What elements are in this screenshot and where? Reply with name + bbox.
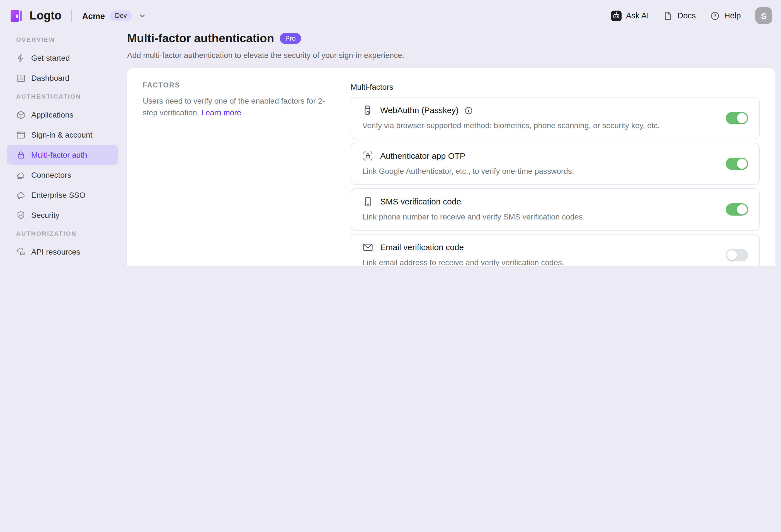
sidebar-item-label: Security [31, 211, 59, 220]
sidebar-item-label: Connectors [31, 171, 71, 179]
factor-list: WebAuthn (Passkey) Verify via browser-su… [351, 97, 760, 266]
factor-description: Verify via browser-supported method: bio… [362, 120, 748, 131]
docs-icon [663, 11, 673, 20]
help-label: Help [724, 11, 741, 20]
factor-name: WebAuthn (Passkey) [380, 105, 458, 116]
topbar-actions: Ask AI Docs [611, 7, 772, 24]
sidebar-item-get-started[interactable]: Get started [7, 48, 118, 68]
sidebar-item-label: Dashboard [31, 74, 70, 82]
envelope-icon [362, 242, 373, 253]
factors-learn-more-link[interactable]: Learn more [201, 108, 241, 117]
topbar: Logto Acme Dev [0, 0, 781, 31]
factor-row-authenticator-otp: Authenticator app OTP Link Google Authen… [351, 143, 760, 185]
page-header: Multi-factor authentication Pro Add mult… [127, 31, 775, 61]
factors-section-description: Users need to verify one of the enabled … [143, 95, 328, 119]
factors-section-label: FACTORS [143, 81, 328, 90]
cloud-icon [16, 170, 26, 180]
help-icon [710, 11, 720, 20]
factor-row-webauthn: WebAuthn (Passkey) Verify via browser-su… [351, 97, 760, 139]
sidebar-item-enterprise-sso[interactable]: Enterprise SSO [7, 185, 118, 205]
toggle-knob [727, 250, 737, 260]
pro-badge: Pro [280, 33, 301, 44]
sidebar-item-label: API resources [31, 247, 80, 256]
sms-toggle[interactable] [726, 203, 748, 216]
shield-check-icon [16, 210, 26, 220]
factors-form: Multi-factors WebAuthn (Passkey) [351, 81, 760, 266]
sidebar-item-roles[interactable]: Roles [7, 262, 118, 266]
sidebar-item-security[interactable]: Security [7, 205, 118, 225]
sidebar-item-api-resources[interactable]: API resources [7, 242, 118, 262]
ask-ai-icon [611, 10, 622, 21]
toggle-knob [737, 113, 747, 123]
cube-icon [16, 110, 26, 120]
sidebar-item-label: Applications [31, 110, 73, 119]
sidebar-item-label: Sign-in & account [31, 130, 92, 139]
sidebar-item-label: Enterprise SSO [31, 190, 86, 200]
sidebar-item-dashboard[interactable]: Dashboard [7, 68, 118, 88]
factor-head: SMS verification code [362, 196, 748, 207]
authenticator-otp-toggle[interactable] [726, 158, 748, 170]
sidebar: OVERVIEW Get started Dashboard AUTHENTIC… [0, 31, 125, 266]
cloud-box-icon [16, 247, 26, 257]
factor-row-email: Email verification code Link email addre… [351, 234, 760, 266]
smartphone-icon [362, 196, 373, 207]
section-label-overview: OVERVIEW [16, 36, 125, 43]
toggle-knob [737, 205, 747, 215]
main-content: Multi-factor authentication Pro Add mult… [127, 31, 775, 266]
factors-card: FACTORS Users need to verify one of the … [127, 68, 775, 266]
factor-head: Email verification code [362, 242, 748, 253]
env-badge: Dev [110, 10, 132, 21]
factor-description: Link email address to receive and verify… [362, 257, 748, 266]
avatar-initial: S [761, 11, 767, 20]
user-avatar[interactable]: S [755, 7, 772, 24]
factor-name: SMS verification code [380, 196, 461, 207]
sidebar-item-sign-in-account[interactable]: Sign-in & account [7, 125, 118, 145]
factor-head: Authenticator app OTP [362, 150, 748, 162]
cloud-key-icon [16, 190, 26, 200]
logto-logo[interactable]: Logto [9, 8, 61, 23]
sidebar-item-applications[interactable]: Applications [7, 105, 118, 125]
sidebar-item-label: Multi-factor auth [31, 150, 87, 159]
browser-icon [16, 130, 26, 139]
multi-factors-label: Multi-factors [351, 81, 760, 92]
page-title: Multi-factor authentication [127, 31, 274, 46]
toggle-knob [737, 159, 747, 169]
webauthn-toggle[interactable] [726, 112, 748, 124]
factor-description: Link phone number to receive and verify … [362, 211, 748, 222]
tenant-selector[interactable]: Acme Dev [82, 10, 146, 21]
lightning-icon [16, 53, 26, 63]
chevron-down-icon [138, 11, 146, 20]
info-icon[interactable] [464, 106, 472, 115]
docs-label: Docs [677, 11, 696, 20]
dashboard-icon [16, 73, 26, 83]
otp-scan-lock-icon [362, 150, 373, 162]
section-label-authentication: AUTHENTICATION [16, 93, 125, 100]
app-window: Logto Acme Dev [0, 0, 781, 266]
factor-row-sms: SMS verification code Link phone number … [351, 188, 760, 231]
lock-icon [16, 150, 26, 160]
email-toggle[interactable] [726, 249, 748, 261]
page-title-row: Multi-factor authentication Pro [127, 31, 775, 46]
factor-name: Authenticator app OTP [380, 150, 465, 162]
ask-ai-label: Ask AI [626, 11, 649, 20]
factor-description: Link Google Authenticator, etc., to veri… [362, 166, 748, 177]
logo-text: Logto [30, 9, 61, 22]
sidebar-item-multi-factor-auth[interactable]: Multi-factor auth [7, 145, 118, 165]
factors-intro: FACTORS Users need to verify one of the … [143, 81, 328, 266]
sidebar-item-label: Get started [31, 53, 70, 62]
webauthn-icon [362, 105, 373, 116]
tenant-name: Acme [82, 11, 105, 20]
factor-name: Email verification code [380, 242, 464, 253]
section-label-authorization: AUTHORIZATION [16, 230, 125, 237]
sidebar-item-connectors[interactable]: Connectors [7, 165, 118, 185]
ask-ai-button[interactable]: Ask AI [611, 10, 649, 21]
page-subtitle: Add multi-factor authentication to eleva… [127, 50, 775, 61]
logto-logo-icon [9, 8, 24, 23]
topbar-divider [72, 9, 72, 22]
help-button[interactable]: Help [710, 11, 741, 20]
factor-head: WebAuthn (Passkey) [362, 105, 748, 116]
docs-button[interactable]: Docs [663, 11, 696, 20]
